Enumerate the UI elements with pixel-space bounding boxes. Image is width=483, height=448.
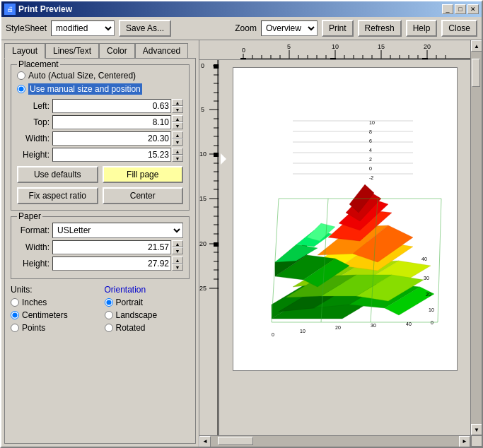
portrait-label: Portrait — [116, 297, 144, 307]
svg-text:40: 40 — [421, 257, 427, 261]
svg-text:4: 4 — [369, 148, 372, 153]
window-close-button[interactable]: ✕ — [467, 4, 479, 14]
paper-height-input[interactable] — [52, 257, 171, 271]
inches-label: Inches — [22, 297, 47, 307]
help-button[interactable]: Help — [406, 20, 438, 37]
scroll-up-button[interactable]: ▲ — [471, 40, 482, 52]
landscape-row: Landscape — [105, 310, 190, 320]
points-radio[interactable] — [11, 324, 19, 332]
units-label: Units: — [11, 285, 96, 295]
scroll-down-button[interactable]: ▼ — [471, 424, 482, 435]
left-spin-down[interactable]: ▼ — [172, 106, 183, 113]
h-scroll-track[interactable] — [211, 436, 459, 447]
chart-svg: 10 8 6 4 2 0 -2 — [236, 71, 455, 367]
landscape-label: Landscape — [116, 310, 158, 320]
stylesheet-select[interactable]: modified — [51, 20, 115, 36]
svg-text:20: 20 — [424, 43, 431, 50]
svg-rect-65 — [214, 64, 219, 69]
svg-text:15: 15 — [378, 43, 385, 50]
svg-text:10: 10 — [332, 43, 339, 50]
ruler-top: 0 5 10 15 20 — [199, 40, 470, 60]
v-scroll-track[interactable] — [471, 52, 482, 424]
height-spin-down[interactable]: ▼ — [172, 155, 183, 162]
scrollbar-vertical[interactable]: ▲ ▼ — [470, 40, 482, 447]
top-spin-up[interactable]: ▲ — [172, 115, 183, 122]
tab-layout[interactable]: Layout — [4, 43, 45, 59]
portrait-row: Portrait — [105, 297, 190, 307]
format-select[interactable]: USLetter — [52, 223, 183, 238]
ruler-left-svg: 0 5 10 15 — [199, 60, 219, 435]
svg-text:0: 0 — [272, 332, 274, 337]
paper-width-spin-down[interactable]: ▼ — [172, 247, 183, 254]
paper-width-input[interactable] — [52, 240, 171, 254]
svg-text:10: 10 — [429, 307, 434, 312]
tab-advanced[interactable]: Advanced — [135, 43, 188, 58]
scroll-right-button[interactable]: ► — [459, 436, 470, 447]
scroll-left-button[interactable]: ◄ — [199, 436, 211, 447]
paper-width-field-row: Width: ▲ ▼ — [17, 240, 183, 254]
page-display-area: 10 8 6 4 2 0 -2 — [219, 60, 470, 435]
top-input[interactable] — [52, 115, 171, 129]
auto-placement-radio[interactable] — [17, 71, 25, 80]
manual-placement-radio[interactable] — [17, 85, 25, 93]
tab-lines-text[interactable]: Lines/Text — [45, 43, 99, 58]
placement-btn-row2: Fix aspect ratio Center — [17, 187, 183, 204]
inches-radio[interactable] — [11, 298, 19, 307]
use-defaults-button[interactable]: Use defaults — [17, 166, 98, 183]
svg-text:6: 6 — [369, 138, 372, 143]
print-button[interactable]: Print — [322, 20, 354, 37]
svg-text:0: 0 — [242, 47, 245, 54]
paper-group-label: Paper — [17, 211, 42, 221]
fill-page-button[interactable]: Fill page — [103, 166, 184, 183]
left-input[interactable] — [52, 99, 171, 113]
orientation-section: Orientation Portrait Landscape Rotated — [105, 285, 190, 336]
landscape-radio[interactable] — [105, 311, 113, 319]
paper-width-spin-up[interactable]: ▲ — [172, 240, 183, 247]
save-as-button[interactable]: Save As... — [119, 20, 171, 37]
portrait-radio[interactable] — [105, 298, 113, 307]
width-input[interactable] — [52, 131, 171, 146]
height-field-row: Height: ▲ ▼ — [17, 148, 183, 162]
center-button[interactable]: Center — [103, 187, 184, 204]
preview-column: 0 5 10 15 20 — [199, 40, 470, 447]
paper-height-spin-up[interactable]: ▲ — [172, 257, 183, 264]
tab-color[interactable]: Color — [99, 43, 135, 58]
top-field-row: Top: ▲ ▼ — [17, 115, 183, 129]
height-input[interactable] — [52, 148, 171, 162]
fix-aspect-button[interactable]: Fix aspect ratio — [17, 187, 98, 204]
paper-height-spin-down[interactable]: ▼ — [172, 264, 183, 271]
points-label: Points — [22, 323, 45, 333]
width-spin-down[interactable]: ▼ — [172, 138, 183, 146]
h-scroll-thumb[interactable] — [218, 437, 253, 445]
top-spin-down[interactable]: ▼ — [172, 122, 183, 129]
paper-height-label: Height: — [17, 259, 52, 269]
scrollbar-horizontal[interactable]: ◄ ► — [199, 435, 470, 447]
svg-text:20: 20 — [426, 292, 431, 297]
placement-group: Placement Auto (Actual Size, Centered) U… — [11, 64, 190, 211]
title-buttons: _ □ ✕ — [442, 4, 479, 14]
title-bar-left: 🖨 Print Preview — [4, 4, 72, 15]
refresh-button[interactable]: Refresh — [358, 20, 402, 37]
svg-rect-31 — [422, 58, 428, 59]
v-scroll-thumb[interactable] — [472, 59, 480, 87]
maximize-button[interactable]: □ — [455, 4, 466, 14]
left-spin-up[interactable]: ▲ — [172, 99, 183, 106]
orientation-label: Orientation — [105, 285, 190, 295]
centimeters-radio[interactable] — [11, 311, 19, 319]
minimize-button[interactable]: _ — [442, 4, 453, 14]
paper-width-spinbox: ▲ ▼ — [172, 240, 183, 254]
ruler-top-svg: 0 5 10 15 20 — [221, 40, 470, 59]
height-spin-up[interactable]: ▲ — [172, 148, 183, 155]
rotated-radio[interactable] — [105, 324, 113, 332]
svg-text:30: 30 — [371, 323, 376, 328]
width-spin-up[interactable]: ▲ — [172, 131, 183, 138]
svg-text:5: 5 — [287, 43, 291, 50]
close-button[interactable]: Close — [441, 20, 477, 37]
svg-text:-2: -2 — [369, 175, 373, 180]
svg-text:0: 0 — [201, 62, 204, 69]
width-label: Width: — [17, 134, 52, 143]
stylesheet-label: StyleSheet — [6, 23, 47, 33]
left-spinbox: ▲ ▼ — [172, 99, 183, 113]
svg-text:15: 15 — [199, 195, 206, 202]
zoom-select[interactable]: Overview — [261, 20, 318, 36]
